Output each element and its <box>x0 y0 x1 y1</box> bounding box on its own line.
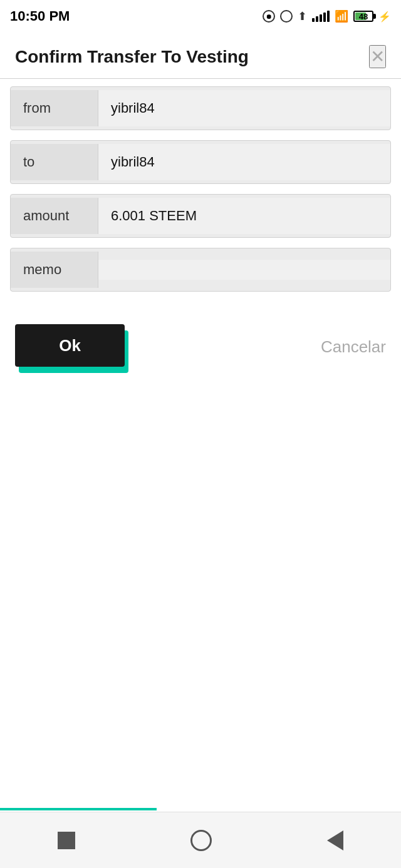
to-label: to <box>11 144 98 180</box>
signal-icon <box>312 11 330 22</box>
to-value: yibril84 <box>98 144 390 180</box>
amount-value: 6.001 STEEM <box>98 198 390 234</box>
back-icon <box>327 830 343 850</box>
time-display: 10:50 PM <box>10 8 70 24</box>
recent-apps-icon <box>58 832 75 849</box>
close-button[interactable]: ✕ <box>369 45 386 68</box>
cancel-button[interactable]: Cancelar <box>321 337 386 357</box>
nav-back-button[interactable] <box>327 830 343 850</box>
dialog-title: Confirm Transfer To Vesting <box>15 47 249 67</box>
nav-home-button[interactable] <box>190 830 212 851</box>
amount-label: amount <box>11 198 98 234</box>
from-value: yibril84 <box>98 90 390 126</box>
wifi-icon: 📶 <box>335 9 348 23</box>
amount-row: amount 6.001 STEEM <box>10 194 391 238</box>
ok-button-wrapper: Ok <box>15 324 128 369</box>
button-row: Ok Cancelar <box>0 309 401 369</box>
battery-indicator: 48 <box>353 11 373 22</box>
charging-icon: ⚡ <box>378 11 391 23</box>
navigation-bar <box>0 812 401 868</box>
from-row: from yibril84 <box>10 86 391 130</box>
upload-icon: ⬆ <box>298 9 307 23</box>
battery-icon: 48 <box>353 11 373 22</box>
dialog-container: Confirm Transfer To Vesting ✕ from yibri… <box>0 33 401 369</box>
form-section: from yibril84 to yibril84 amount 6.001 S… <box>0 79 401 309</box>
to-row: to yibril84 <box>10 140 391 184</box>
memo-value <box>98 260 390 280</box>
nav-recent-apps-button[interactable] <box>58 832 75 849</box>
status-icons: ⏺ ⬆ 📶 48 ⚡ <box>263 9 391 23</box>
memo-label: memo <box>11 252 98 288</box>
circle-status-icon <box>280 10 293 23</box>
home-icon <box>190 830 212 851</box>
dialog-title-row: Confirm Transfer To Vesting ✕ <box>0 33 401 78</box>
record-icon: ⏺ <box>263 10 275 23</box>
teal-accent-bar <box>0 808 157 810</box>
from-label: from <box>11 90 98 126</box>
memo-row: memo <box>10 248 391 292</box>
ok-button[interactable]: Ok <box>15 324 125 367</box>
status-bar: 10:50 PM ⏺ ⬆ 📶 48 ⚡ <box>0 0 401 33</box>
